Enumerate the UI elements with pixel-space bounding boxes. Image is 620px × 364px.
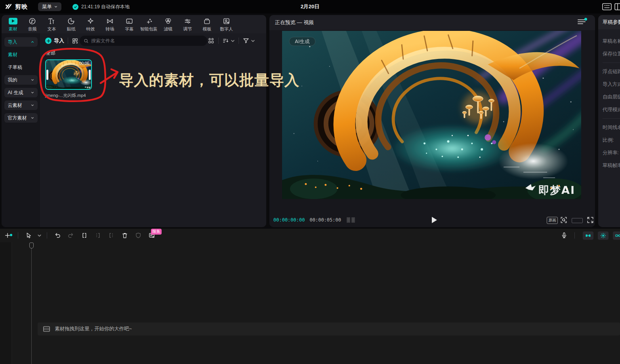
layout-panel-icon[interactable] — [614, 3, 620, 10]
date-label: 2月20日 — [0, 3, 620, 10]
tab-label: 转场 — [106, 26, 114, 32]
sidebar-item-label: 导入 — [8, 39, 17, 46]
delete-right-button[interactable] — [105, 232, 118, 239]
tab-audio[interactable]: 音频 — [23, 16, 42, 32]
frames-icon[interactable] — [347, 217, 355, 223]
chevron-down-icon — [31, 91, 34, 94]
divider — [68, 38, 68, 44]
filter-funnel-icon[interactable] — [242, 37, 250, 44]
sticker-icon — [67, 17, 75, 25]
cursor-mode-chevron[interactable] — [35, 233, 43, 238]
sidebar-item-subdraft[interactable]: 子草稿 — [2, 63, 40, 72]
ratio-box-icon[interactable] — [572, 218, 583, 223]
sort-icon[interactable] — [222, 37, 229, 44]
sidebar-item-cloud-material[interactable]: 云素材 — [4, 100, 38, 110]
mask-shield-button[interactable] — [132, 232, 145, 239]
track-header-gutter — [0, 242, 12, 364]
draft-field: 保存位置 — [598, 47, 620, 60]
play-button[interactable] — [429, 215, 439, 225]
sidebar-item-import[interactable]: 导入 — [4, 37, 38, 47]
tab-text[interactable]: 文本 — [42, 16, 61, 32]
divider — [603, 63, 620, 63]
clip-duration-badge: 00:06 — [79, 61, 89, 66]
tab-smart-pack[interactable]: 智能包装 — [139, 16, 158, 32]
tab-transition[interactable]: 转场 — [100, 16, 120, 32]
tab-label: 数字人 — [220, 26, 233, 32]
delete-left-button[interactable] — [91, 232, 105, 239]
linkage-toggle[interactable] — [598, 231, 609, 240]
sidebar-item-official-material[interactable]: 官方素材 — [4, 113, 38, 123]
timeline-panel: 限免 — [0, 229, 620, 364]
transition-icon — [106, 17, 114, 25]
clip-filename: jimeng-...光闪烁.mp4 — [45, 93, 97, 99]
preview-axis-toggle[interactable] — [613, 231, 620, 240]
media-clip-thumbnail[interactable]: 00:06 — [45, 59, 92, 90]
chevron-down-icon — [31, 78, 34, 82]
playhead-line — [31, 248, 32, 364]
redo-button[interactable] — [64, 232, 78, 239]
playhead-handle[interactable] — [29, 243, 34, 248]
draft-field: 导入方式 — [598, 78, 620, 91]
divider — [238, 38, 239, 44]
timeline-empty-hint: 素材拖拽到这里，开始你的大作吧~ — [38, 322, 620, 336]
filters-icon — [164, 17, 172, 25]
divider — [574, 232, 575, 239]
empty-hint-text: 素材拖拽到这里，开始你的大作吧~ — [55, 326, 132, 332]
select-cursor-button[interactable] — [22, 232, 35, 239]
tab-media[interactable]: 素材 — [3, 16, 23, 32]
total-duration: 00:00:05:00 — [309, 217, 341, 223]
tab-template[interactable]: 模板 — [197, 16, 217, 32]
search-box — [80, 36, 207, 46]
chevron-up-icon — [31, 40, 34, 44]
digital-human-icon — [223, 17, 230, 25]
draft-params-title: 草稿参数 — [598, 15, 620, 29]
search-input[interactable] — [91, 38, 194, 44]
free-limited-badge: 限免 — [151, 229, 162, 235]
sidebar-item-mine[interactable]: 我的 — [4, 75, 38, 85]
sidebar-item-label: AI 生成 — [8, 89, 23, 96]
sidebar-item-label: 子草稿 — [8, 64, 22, 71]
trim-handle-left[interactable] — [46, 70, 48, 80]
add-track-button[interactable] — [1, 232, 14, 239]
fullscreen-icon[interactable] — [586, 216, 594, 224]
trim-handle-right[interactable] — [89, 70, 91, 80]
tab-captions[interactable]: 字幕 — [120, 16, 139, 32]
tab-label: 滤镜 — [164, 26, 173, 32]
tab-label: 调节 — [183, 26, 192, 32]
preview-controls: 00:00:00:00 00:00:05:00 原画 — [269, 214, 595, 226]
media-library-panel: 素材 音频 文本 贴纸 特效 转场 — [2, 15, 266, 227]
sidebar-item-material[interactable]: 素材 — [2, 50, 40, 59]
preview-header-label: 正在预览 — 视频 — [275, 19, 314, 26]
preview-menu-icon[interactable] — [578, 19, 586, 26]
notification-dot — [584, 18, 587, 21]
delete-button[interactable] — [118, 232, 132, 239]
tab-digital-human[interactable]: 数字人 — [217, 16, 236, 32]
media-sidebar: 导入 素材 子草稿 我的 AI 生成 云素材 — [2, 33, 40, 227]
sidebar-item-label: 我的 — [8, 77, 17, 83]
timeline-toolbar: 限免 — [0, 229, 620, 242]
notification-dot — [10, 234, 12, 236]
import-button[interactable]: 导入 — [45, 37, 64, 44]
view-grid-icon[interactable] — [208, 37, 215, 44]
chevron-down-icon[interactable] — [231, 39, 235, 43]
chevron-down-icon[interactable] — [251, 39, 255, 43]
sidebar-item-ai-generate[interactable]: AI 生成 — [4, 88, 38, 97]
tab-adjust[interactable]: 调节 — [178, 16, 197, 32]
audio-icon — [29, 17, 36, 25]
undo-button[interactable] — [51, 232, 64, 239]
media-play-icon — [9, 18, 17, 25]
tab-label: 模板 — [203, 26, 212, 32]
preview-header: 正在预览 — 视频 — [269, 15, 595, 30]
tab-filters[interactable]: 滤镜 — [158, 16, 178, 32]
snap-toggle[interactable] — [583, 231, 593, 240]
keyboard-shortcut-icon[interactable] — [602, 3, 612, 10]
record-voiceover-button[interactable] — [557, 232, 571, 239]
tab-sticker[interactable]: 贴纸 — [61, 16, 81, 32]
qr-import-icon[interactable] — [72, 38, 78, 44]
quality-badge[interactable]: 原画 — [547, 217, 558, 224]
tab-effects[interactable]: 特效 — [81, 16, 100, 32]
split-button[interactable] — [78, 232, 91, 239]
zoom-fit-icon[interactable] — [560, 216, 568, 224]
tab-label: 音频 — [28, 26, 37, 32]
preview-panel: 正在预览 — 视频 00:00:00:00 00:00:05:00 原画 — [269, 15, 595, 227]
